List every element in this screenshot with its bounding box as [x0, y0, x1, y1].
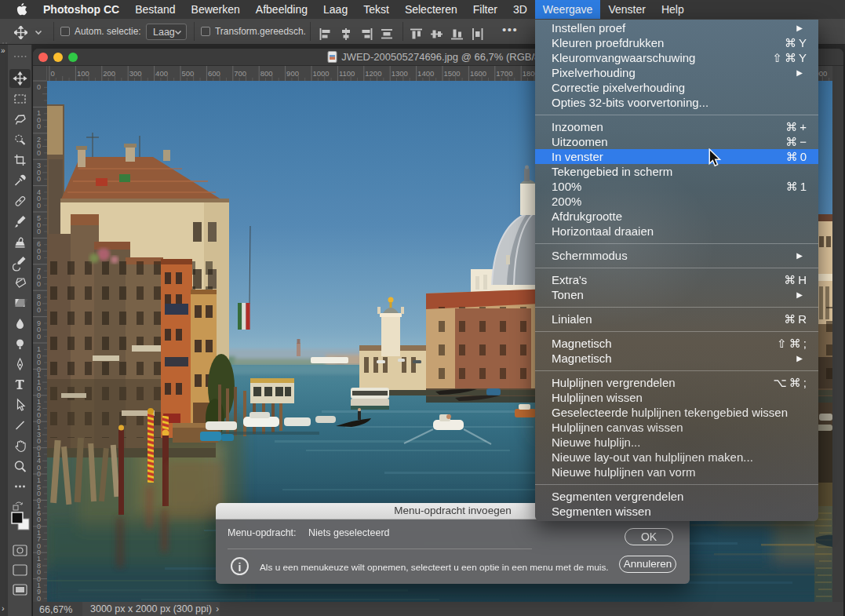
svg-text:600: 600 [208, 69, 220, 78]
svg-text:1000: 1000 [313, 69, 330, 78]
svg-text:0: 0 [37, 333, 41, 341]
svg-text:1700: 1700 [496, 69, 512, 78]
svg-text:300: 300 [129, 69, 142, 78]
svg-text:0: 0 [37, 228, 41, 235]
svg-text:700: 700 [234, 69, 246, 78]
svg-text:1500: 1500 [444, 69, 461, 78]
svg-text:500: 500 [182, 69, 195, 78]
svg-text:200: 200 [103, 69, 115, 78]
svg-text:1200: 1200 [365, 69, 381, 78]
svg-text:800: 800 [260, 69, 273, 78]
svg-text:1300: 1300 [392, 69, 408, 78]
svg-text:1400: 1400 [417, 69, 434, 78]
svg-text:0: 0 [37, 280, 41, 288]
svg-text:0: 0 [37, 306, 41, 314]
svg-text:400: 400 [155, 69, 168, 78]
svg-text:0: 0 [37, 202, 41, 210]
svg-text:0: 0 [37, 175, 41, 183]
svg-text:1600: 1600 [470, 69, 486, 78]
svg-text:0: 0 [37, 83, 41, 91]
svg-text:0: 0 [51, 69, 55, 78]
svg-text:1100: 1100 [339, 69, 355, 78]
svg-text:900: 900 [286, 69, 299, 78]
svg-text:100: 100 [77, 69, 89, 78]
svg-text:0: 0 [37, 253, 41, 261]
svg-text:0: 0 [37, 122, 41, 130]
svg-text:0: 0 [37, 149, 41, 157]
